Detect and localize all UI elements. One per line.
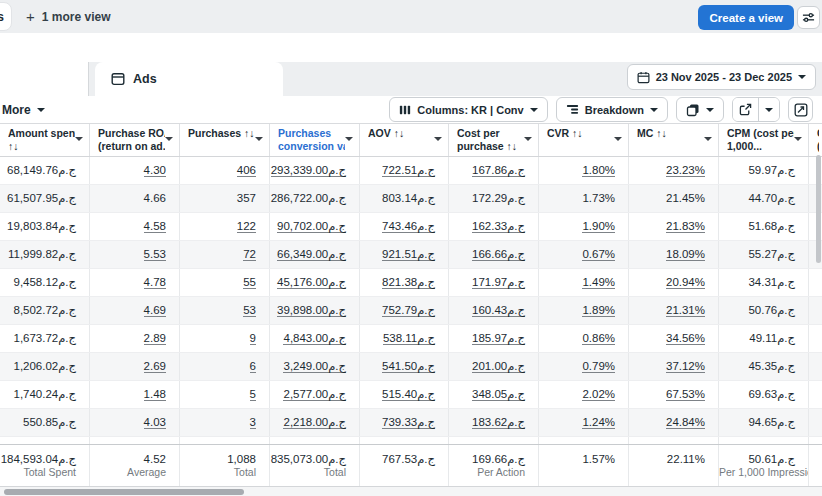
charts-button[interactable] <box>788 97 813 122</box>
table-cell[interactable]: 183.62ج.م <box>449 409 539 436</box>
chevron-down-icon[interactable] <box>614 137 622 141</box>
table-cell[interactable]: 4,843.00ج.م <box>270 325 360 352</box>
column-header-aov[interactable]: AOV ↑↓ <box>360 124 449 156</box>
table-cell[interactable]: 23.23% <box>629 157 719 184</box>
table-cell[interactable]: 160.43ج.م <box>449 297 539 324</box>
chevron-down-icon[interactable] <box>75 137 83 141</box>
table-cell[interactable]: 4.30 <box>90 157 180 184</box>
table-cell[interactable]: 743.46ج.م <box>360 213 449 240</box>
table-cell[interactable]: 2,218.00ج.م <box>270 409 360 436</box>
table-cell[interactable]: 2,577.00ج.م <box>270 381 360 408</box>
column-header-purchases[interactable]: Purchases ↑↓ <box>180 124 270 156</box>
table-cell[interactable]: 6 <box>180 353 270 380</box>
export-button[interactable] <box>733 98 758 121</box>
table-cell[interactable]: 3,249.00ج.م <box>270 353 360 380</box>
table-cell[interactable]: 0.67% <box>539 241 629 268</box>
columns-button[interactable]: Columns: KR | Conv <box>389 97 547 122</box>
add-more-view-button[interactable]: + 1 more view <box>26 0 110 33</box>
table-cell[interactable]: 1.48 <box>90 381 180 408</box>
column-header-purchase-roas[interactable]: Purchase ROAS (return on ad... <box>90 124 180 156</box>
chevron-down-icon[interactable] <box>704 137 712 141</box>
view-tab-partial[interactable]: s <box>0 2 12 31</box>
table-cell[interactable]: 45,176.00ج.م <box>270 269 360 296</box>
table-cell <box>809 381 822 408</box>
table-cell[interactable]: 0.86% <box>539 325 629 352</box>
table-cell[interactable]: 20.94% <box>629 269 719 296</box>
table-cell[interactable]: 171.97ج.م <box>449 269 539 296</box>
table-cell[interactable]: 4.69 <box>90 297 180 324</box>
table-cell[interactable]: 739.33ج.م <box>360 409 449 436</box>
horizontal-scrollbar-thumb[interactable] <box>4 489 244 495</box>
chevron-down-icon[interactable] <box>434 137 442 141</box>
table-cell[interactable]: 167.86ج.م <box>449 157 539 184</box>
table-cell[interactable]: 3 <box>180 409 270 436</box>
table-cell[interactable]: 66,349.00ج.م <box>270 241 360 268</box>
table-cell[interactable]: 37.12% <box>629 353 719 380</box>
table-cell[interactable]: 541.50ج.م <box>360 353 449 380</box>
table-cell[interactable]: 821.38ج.م <box>360 269 449 296</box>
table-cell[interactable]: 4.03 <box>90 409 180 436</box>
table-cell[interactable]: 185.97ج.م <box>449 325 539 352</box>
table-cell[interactable]: 39,898.00ج.م <box>270 297 360 324</box>
table-cell[interactable]: 72 <box>180 241 270 268</box>
column-header-purchases-conversion-value[interactable]: Purchases conversion val... <box>270 124 360 156</box>
table-cell[interactable]: 9 <box>180 325 270 352</box>
table-cell[interactable]: 2.89 <box>90 325 180 352</box>
table-cell[interactable]: 2.02% <box>539 381 629 408</box>
table-cell[interactable]: 1.89% <box>539 297 629 324</box>
vertical-scrollbar[interactable] <box>816 155 821 263</box>
column-header-partial[interactable]: C (c <box>809 124 822 156</box>
table-cell[interactable]: 1.80% <box>539 157 629 184</box>
table-cell[interactable]: 1.24% <box>539 409 629 436</box>
table-cell[interactable]: 18.09% <box>629 241 719 268</box>
view-settings-button[interactable] <box>797 6 820 29</box>
column-header-cpm[interactable]: CPM (cost per 1,000... <box>719 124 809 156</box>
table-cell[interactable]: 293,339.00ج.م <box>270 157 360 184</box>
table-cell[interactable]: 4.58 <box>90 213 180 240</box>
table-cell[interactable]: 2.69 <box>90 353 180 380</box>
column-header-amount-spent[interactable]: Amount spent ↑↓ <box>0 124 90 156</box>
export-options-button[interactable] <box>758 98 779 121</box>
table-cell[interactable]: 348.05ج.م <box>449 381 539 408</box>
table-cell[interactable]: 53 <box>180 297 270 324</box>
table-cell[interactable]: 406 <box>180 157 270 184</box>
reports-button[interactable] <box>676 97 724 122</box>
tab-ads[interactable]: Ads <box>95 62 283 96</box>
more-dropdown[interactable]: More <box>2 96 45 123</box>
table-cell[interactable]: 24.84% <box>629 409 719 436</box>
table-cell[interactable]: 166.66ج.م <box>449 241 539 268</box>
chevron-down-icon[interactable] <box>345 137 353 141</box>
chevron-down-icon[interactable] <box>524 137 532 141</box>
chevron-down-icon[interactable] <box>255 137 263 141</box>
table-cell[interactable]: 5.53 <box>90 241 180 268</box>
table-cell[interactable]: 122 <box>180 213 270 240</box>
table-cell[interactable]: 201.00ج.م <box>449 353 539 380</box>
table-cell[interactable]: 0.79% <box>539 353 629 380</box>
table-cell[interactable]: 90,702.00ج.م <box>270 213 360 240</box>
table-cell[interactable]: 1.49% <box>539 269 629 296</box>
table-cell[interactable]: 1.90% <box>539 213 629 240</box>
table-cell[interactable]: 5 <box>180 381 270 408</box>
breakdown-button[interactable]: Breakdown <box>556 97 668 122</box>
table-cell[interactable]: 162.33ج.م <box>449 213 539 240</box>
chevron-down-icon[interactable] <box>165 137 173 141</box>
table-cell[interactable]: 722.51ج.م <box>360 157 449 184</box>
column-header-mc[interactable]: MC ↑↓ <box>629 124 719 156</box>
table-cell[interactable]: 21.31% <box>629 297 719 324</box>
tab-adjacent-partial[interactable] <box>0 62 89 96</box>
table-cell[interactable]: 515.40ج.م <box>360 381 449 408</box>
table-cell[interactable]: 55 <box>180 269 270 296</box>
create-a-view-button[interactable]: Create a view <box>698 5 794 30</box>
table-cell[interactable]: 921.51ج.م <box>360 241 449 268</box>
column-header-cvr[interactable]: CVR ↑↓ <box>539 124 629 156</box>
table-cell[interactable]: 21.83% <box>629 213 719 240</box>
table-cell[interactable]: 538.11ج.م <box>360 325 449 352</box>
table-cell[interactable]: 34.56% <box>629 325 719 352</box>
table-cell[interactable]: 4.78 <box>90 269 180 296</box>
date-range-picker[interactable]: 23 Nov 2025 - 23 Dec 2025 <box>627 64 816 90</box>
chevron-down-icon[interactable] <box>794 137 802 141</box>
horizontal-scrollbar-track[interactable] <box>0 487 822 496</box>
table-cell[interactable]: 752.79ج.م <box>360 297 449 324</box>
column-header-cost-per-purchase[interactable]: Cost per purchase ↑↓ <box>449 124 539 156</box>
table-cell[interactable]: 67.53% <box>629 381 719 408</box>
